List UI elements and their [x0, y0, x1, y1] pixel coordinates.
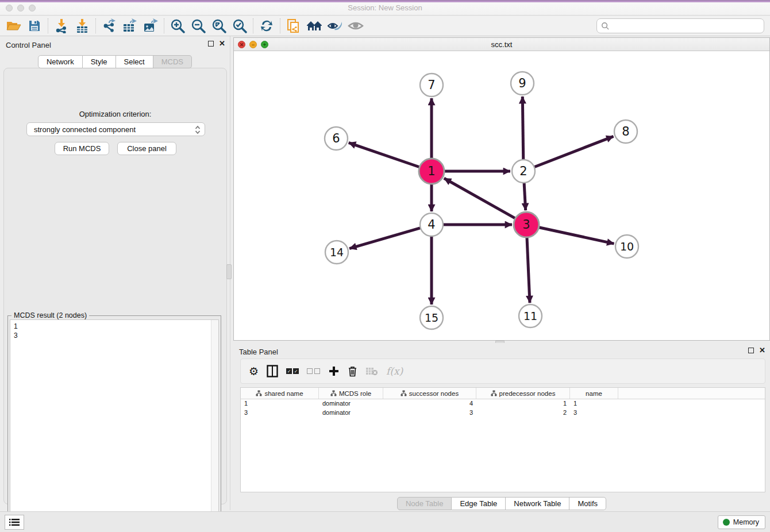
table-cell[interactable]: 3 — [383, 408, 476, 418]
table-row[interactable]: 3dominator323 — [241, 408, 765, 418]
zoom-in-button[interactable] — [167, 17, 188, 34]
network-view-window: ✕ − + scc.txt 7968124314101511 — [233, 37, 770, 341]
zoom-selected-button[interactable] — [229, 17, 250, 34]
float-panel-icon[interactable] — [208, 41, 214, 47]
column-selector-icon[interactable] — [267, 365, 278, 377]
deselect-all-checks-icon[interactable] — [307, 368, 320, 374]
graph-edge-3-11[interactable] — [527, 236, 530, 303]
column-header-predecessor-nodes[interactable]: predecessor nodes — [476, 388, 570, 399]
search-box[interactable] — [596, 18, 764, 33]
graph-node-9[interactable]: 9 — [511, 72, 534, 95]
column-attribute-icon — [256, 390, 262, 396]
table-cell[interactable]: dominator — [319, 408, 383, 418]
tab-motifs[interactable]: Motifs — [569, 497, 606, 510]
table-settings-gear-icon[interactable]: ⚙ — [249, 366, 259, 377]
memory-status-icon — [723, 519, 730, 526]
column-header-successor-nodes[interactable]: successor nodes — [383, 388, 476, 399]
zoom-out-button[interactable] — [188, 17, 209, 34]
tab-mcds[interactable]: MCDS — [153, 55, 192, 68]
column-header-name[interactable]: name — [570, 388, 618, 399]
table-cell[interactable]: dominator — [319, 399, 383, 408]
function-builder-icon[interactable]: f(x) — [386, 365, 403, 377]
graph-node-2[interactable]: 2 — [512, 160, 535, 183]
table-tabs: Node TableEdge TableNetwork TableMotifs — [233, 497, 770, 510]
add-column-icon[interactable] — [328, 365, 340, 377]
table-cell[interactable]: 1 — [476, 399, 570, 408]
graph-node-7[interactable]: 7 — [420, 74, 443, 97]
save-session-button[interactable] — [24, 17, 45, 34]
graph-node-11[interactable]: 11 — [519, 304, 542, 327]
network-graph-svg[interactable]: 7968124314101511 — [234, 51, 769, 340]
column-header-MCDS-role[interactable]: MCDS role — [319, 388, 383, 399]
graph-node-10[interactable]: 10 — [615, 235, 638, 258]
main-toolbar — [0, 16, 770, 36]
network-canvas[interactable]: 7968124314101511 — [234, 51, 769, 340]
graph-edge-2-9[interactable] — [522, 97, 523, 161]
mcds-result-scrollbar[interactable] — [211, 320, 218, 530]
hide-selected-button[interactable] — [325, 17, 345, 34]
graph-node-15[interactable]: 15 — [420, 306, 443, 329]
import-network-button[interactable] — [51, 17, 72, 34]
graph-node-3[interactable]: 3 — [514, 212, 539, 237]
tab-network-table[interactable]: Network Table — [506, 497, 569, 510]
graph-edge-3-10[interactable] — [538, 227, 614, 244]
tab-select[interactable]: Select — [116, 55, 153, 68]
table-cell[interactable]: 1 — [570, 399, 618, 408]
graph-edge-4-14[interactable] — [349, 228, 422, 249]
tab-node-table[interactable]: Node Table — [397, 497, 452, 510]
graph-node-4[interactable]: 4 — [420, 213, 443, 236]
delete-column-trash-icon[interactable] — [348, 365, 357, 377]
tab-style[interactable]: Style — [83, 55, 116, 68]
float-table-panel-icon[interactable] — [748, 348, 754, 353]
network-window-titlebar[interactable]: ✕ − + scc.txt — [234, 38, 769, 51]
run-mcds-button[interactable]: Run MCDS — [55, 142, 109, 155]
zoom-fit-button[interactable] — [209, 17, 229, 34]
graph-node-14[interactable]: 14 — [325, 241, 348, 264]
optimization-criterion-value: strongly connected component — [34, 125, 136, 134]
optimization-criterion-select[interactable]: strongly connected component — [26, 122, 205, 136]
task-history-button[interactable] — [5, 515, 24, 530]
column-header-shared-name[interactable]: shared name — [241, 388, 319, 399]
graph-node-label: 9 — [518, 76, 526, 90]
table-toolbar: ⚙ ✓✓ f(x) — [240, 358, 765, 384]
table-cell[interactable]: 4 — [383, 399, 476, 408]
table-row[interactable]: 1dominator411 — [241, 399, 765, 408]
tab-network[interactable]: Network — [38, 55, 83, 68]
duplicate-network-button[interactable] — [283, 17, 304, 34]
mcds-result-text[interactable]: 1 3 — [10, 319, 219, 530]
export-table-button[interactable] — [120, 17, 140, 34]
graph-node-6[interactable]: 6 — [325, 127, 348, 150]
status-bar: Memory — [0, 511, 770, 532]
show-all-button[interactable] — [345, 17, 366, 34]
tab-edge-table[interactable]: Edge Table — [452, 497, 506, 510]
graph-edge-2-3[interactable] — [524, 182, 526, 210]
graph-node-1[interactable]: 1 — [419, 159, 444, 184]
graph-node-8[interactable]: 8 — [614, 120, 637, 143]
graph-edge-3-1[interactable] — [444, 178, 517, 219]
mcds-result-title: MCDS result (2 nodes) — [11, 311, 89, 319]
table-cell[interactable]: 3 — [241, 408, 319, 418]
close-panel-icon[interactable]: ✕ — [219, 41, 225, 47]
select-all-checks-icon[interactable]: ✓✓ — [286, 368, 299, 374]
export-image-button[interactable] — [140, 17, 161, 34]
export-network-button[interactable] — [99, 17, 120, 34]
search-input[interactable] — [610, 20, 764, 32]
apply-layout-button[interactable] — [256, 17, 277, 34]
import-table-button[interactable] — [72, 17, 93, 34]
list-icon — [9, 518, 20, 526]
delete-table-icon[interactable] — [365, 367, 378, 376]
table-cell[interactable]: 2 — [476, 408, 570, 418]
table-cell[interactable]: 3 — [570, 408, 618, 418]
graph-edge-1-6[interactable] — [349, 142, 421, 167]
open-file-button[interactable] — [3, 17, 24, 34]
application-window: Session: New Session — [0, 0, 770, 532]
table-cell[interactable]: 1 — [241, 399, 319, 408]
export-table-icon — [122, 18, 137, 33]
graph-edge-2-8[interactable] — [533, 136, 614, 167]
first-neighbors-button[interactable] — [304, 17, 325, 34]
memory-button[interactable]: Memory — [718, 515, 765, 529]
vertical-splitter-grip[interactable] — [226, 264, 232, 279]
close-table-panel-icon[interactable]: ✕ — [759, 348, 765, 353]
network-window-title: scc.txt — [234, 40, 769, 49]
close-panel-button[interactable]: Close panel — [117, 142, 176, 155]
